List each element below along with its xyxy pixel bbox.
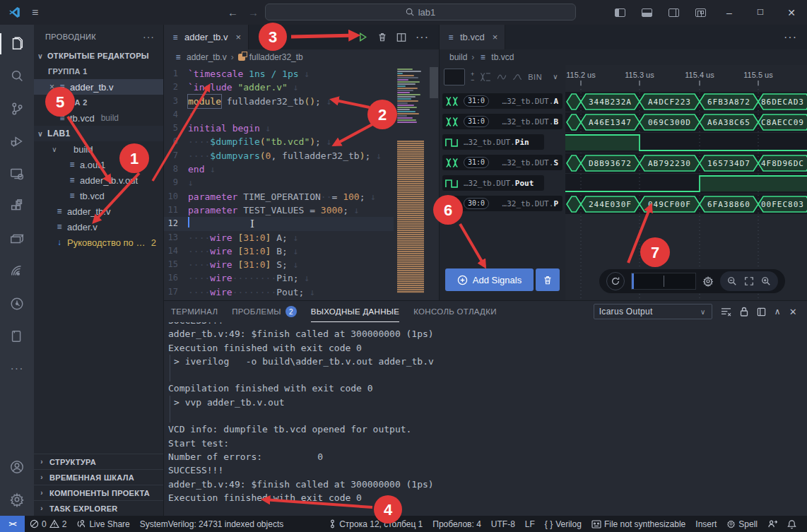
spell-status[interactable]: Spell [721,519,762,529]
workspace-root[interactable]: ∨ LAB1 [34,126,163,141]
code-line-10[interactable]: 10parameter TIME_OPERATION··= 100; ↓ [164,190,394,203]
account-icon[interactable] [0,451,34,483]
code-line-3[interactable]: 3module fulladder32_tb(); ↓ [164,95,394,108]
extensions-icon[interactable] [0,190,34,223]
sidebar-section-структура[interactable]: ›СТРУКТУРА [34,454,163,469]
waveform-canvas[interactable]: 115.2 us115.3 us115.4 us115.5 us344B232A… [565,65,807,300]
tree-item-adder_tb.v[interactable]: ≡adder_tb.v [34,203,163,219]
tab-close-icon[interactable]: × [493,32,498,42]
close-button[interactable]: ✕ [776,0,807,25]
zoom-in-icon[interactable] [761,276,771,286]
editor-group-2-label[interactable]: ГРУППА 2 [34,95,163,110]
editor-breadcrumb[interactable]: ≡ adder_tb.v › fulladder32_tb [164,49,439,65]
source-control-icon[interactable] [0,93,34,125]
tab-problems[interactable]: ПРОБЛЕМЫ 2 [232,301,297,322]
radix-select[interactable]: BIN∨ [528,73,559,81]
code-line-2[interactable]: 2`include "adder.v" ↓ [164,81,394,94]
tab-close-icon[interactable]: × [235,32,241,42]
timing-icon[interactable] [0,288,34,320]
minimize-button[interactable]: – [714,0,745,25]
sidebar-section-task-explorer[interactable]: ›TASK EXPLORER [34,500,163,516]
notebook-icon[interactable] [0,320,34,353]
maximize-button[interactable]: ☐ [745,0,776,25]
command-search-input[interactable]: lab1 [265,4,576,20]
code-line-7[interactable]: 7····$dumpvars(0, fulladder32_tb); ↓ [164,149,394,162]
language-status[interactable]: SystemVerilog: 24731 indexed objects [135,519,288,529]
sidebar-section-компоненты-проекта[interactable]: ›КОМПОНЕНТЫ ПРОЕКТА [34,485,163,500]
sidebar-more-icon[interactable]: ··· [143,31,155,42]
open-in-editor-icon[interactable] [757,307,766,317]
open-editors-header[interactable]: ∨ ОТКРЫТЫЕ РЕДАКТОРЫ [34,48,163,64]
nav-back-icon[interactable]: ← [228,6,238,18]
settings-gear-icon[interactable] [0,483,34,516]
toggle-secondary-sidebar-icon[interactable] [660,0,687,25]
remove-signals-button[interactable] [536,268,560,291]
code-line-8[interactable]: 8end ↓ [164,162,394,176]
code-line-12[interactable]: 12 [164,217,394,230]
tree-item--[interactable]: ↓Руководство по …2 [34,235,163,250]
menu-icon[interactable]: ≡ [32,6,38,19]
clear-output-icon[interactable] [721,307,731,317]
editor-scrollbar[interactable] [429,67,439,300]
explorer-icon[interactable] [0,28,34,60]
eol-status[interactable]: LF [520,519,540,529]
vcd-more-icon[interactable]: ··· [784,31,797,44]
code-line-6[interactable]: 6····$dumpfile("tb.vcd"); ↓ [164,135,394,148]
customize-layout-icon[interactable] [687,0,714,25]
tab-terminal[interactable]: ТЕРМИНАЛ [171,301,218,322]
signal-row-P[interactable]: 30:0…32_tb.DUT.P [442,196,562,211]
synthesis-status[interactable]: File not synthesizable [587,519,690,529]
value-stepper[interactable]: +− [471,71,474,83]
language-mode[interactable]: { } Verilog [540,519,587,529]
split-editor-icon[interactable] [396,32,406,42]
more-views-icon[interactable]: ··· [0,353,34,385]
zoom-fit-icon[interactable] [744,276,754,286]
indentation-status[interactable]: Пробелов: 4 [428,519,486,529]
close-panel-icon[interactable]: ✕ [789,307,797,317]
code-line-11[interactable]: 11parameter TEST_VALUES = 3000; ↓ [164,203,394,217]
editor-more-icon[interactable]: ··· [416,31,429,44]
encoding-status[interactable]: UTF-8 [486,519,520,529]
reload-icon[interactable] [606,272,625,290]
add-signals-button[interactable]: Add Signals [445,268,534,291]
tab-output[interactable]: ВЫХОДНЫЕ ДАННЫЕ [311,301,399,322]
tree-item-adder.v[interactable]: ≡adder.v [34,219,163,235]
range-slider[interactable] [631,273,696,290]
code-editor[interactable]: 1`timescale 1ns / 1ps ↓2`include "adder.… [164,65,439,300]
code-line-14[interactable]: 14····wire [31:0] B; ↓ [164,244,394,258]
search-sidebar-icon[interactable] [0,60,34,93]
signal-row-Pin[interactable]: …32_tb.DUT.Pin [442,134,544,150]
containers-icon[interactable] [0,223,34,255]
run-debug-icon[interactable] [0,125,34,158]
code-line-17[interactable]: 17····wire········Pout; ↓ [164,285,394,299]
analog-step-icon[interactable] [512,73,522,81]
output-channel-select[interactable]: Icarus Output∨ [594,304,712,319]
lock-icon[interactable] [740,307,748,317]
live-share-status[interactable]: Live Share [71,519,134,529]
tab-tb-vcd[interactable]: ≡ tb.vcd × [440,25,505,49]
gear-icon[interactable] [702,276,714,287]
signal-row-B[interactable]: 31:0…32_tb.DUT.B [442,114,562,129]
insert-mode[interactable]: Insert [690,519,721,529]
code-line-1[interactable]: 1`timescale 1ns / 1ps ↓ [164,67,394,81]
maximize-panel-icon[interactable]: ∧ [774,307,781,317]
code-line-13[interactable]: 13····wire [31:0] A; ↓ [164,231,394,244]
close-icon[interactable]: × [49,82,54,92]
tree-item-tb.vcd[interactable]: ≡tb.vcd [34,188,163,203]
editor-group-1-label[interactable]: ГРУППА 1 [34,64,163,79]
notifications-bell-icon[interactable] [782,519,801,529]
tab-debug-console[interactable]: КОНСОЛЬ ОТЛАДКИ [413,301,497,322]
signal-row-A[interactable]: 31:0…32_tb.DUT.A [442,93,562,109]
analog-icon[interactable] [497,73,507,81]
toggle-panel-icon[interactable] [633,0,660,25]
tree-item-build[interactable]: ∨build [34,141,163,157]
output-console[interactable]: SUCCESS!!!adder_tb.v:49: $finish called … [164,322,807,516]
tree-item-adder_tb.v.out[interactable]: ≡adder_tb.v.out [34,172,163,188]
wokwi-icon[interactable] [0,255,34,288]
remote-explorer-icon[interactable] [0,158,34,190]
signal-row-Pout[interactable]: …32_tb.DUT.Pout [442,175,544,191]
sidebar-section-временная-шкала[interactable]: ›ВРЕМЕННАЯ ШКАЛА [34,469,163,485]
vcd-breadcrumb[interactable]: build › ≡ tb.vcd [440,49,807,65]
cursor-position[interactable]: Строка 12, столбец 1 [324,519,428,529]
color-select-box[interactable] [444,69,465,85]
